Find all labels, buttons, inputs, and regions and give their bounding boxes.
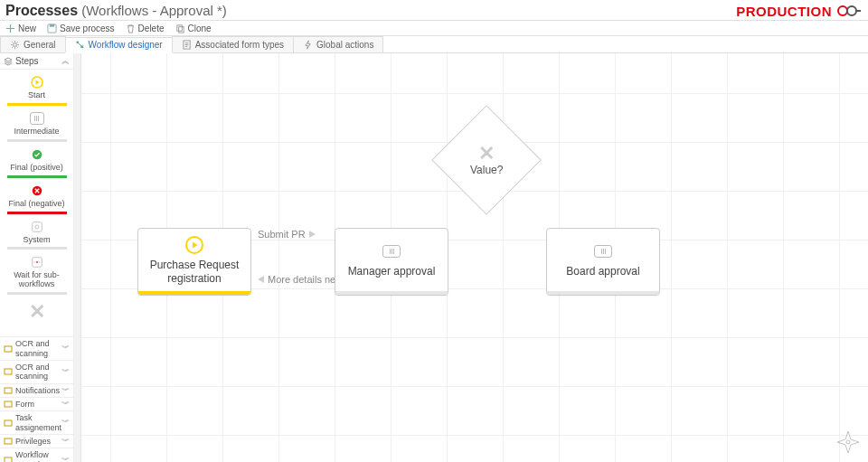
svg-rect-14 (32, 222, 42, 231)
new-label: New (18, 24, 36, 33)
save-label: Save process (60, 24, 115, 33)
chevron-down-icon: ︾ (61, 367, 70, 376)
workflow-icon (75, 40, 85, 50)
brand-logo-icon (835, 5, 861, 17)
node-board-approval[interactable]: Board approval (546, 228, 660, 296)
manager-approval-label: Manager approval (348, 265, 436, 278)
svg-rect-20 (5, 388, 12, 393)
tab-form-types[interactable]: Associated form types (172, 36, 294, 52)
x-circle-icon (30, 184, 44, 198)
svg-rect-21 (5, 401, 12, 407)
svg-rect-24 (5, 457, 12, 462)
accordion-task-assignment[interactable]: Task assignement ︾ (0, 410, 73, 434)
accordion-label: OCR and scanning (15, 363, 61, 382)
folder-icon (4, 367, 13, 376)
start-node-label: Purchase Request registration (144, 259, 245, 285)
accordion-label: Workflow control (15, 450, 61, 462)
palette-step-final-positive[interactable]: Final (positive) (7, 147, 67, 178)
workflow-canvas[interactable]: ✕ Value? Purchase Request registration S… (81, 53, 868, 462)
svg-point-1 (847, 6, 856, 15)
transition-submit-pr[interactable]: Submit PR (258, 229, 316, 240)
delete-button[interactable]: Delete (126, 24, 165, 33)
page-title-strong: Processes (5, 3, 78, 18)
tab-forms-label: Associated form types (195, 40, 284, 50)
page-title-context: (Workflows - Approval *) (81, 3, 227, 18)
transition-submit-label: Submit PR (258, 229, 306, 240)
svg-rect-19 (5, 369, 12, 374)
accordion-form[interactable]: Form ︾ (0, 397, 73, 410)
environment-label: PRODUCTION (736, 4, 832, 19)
accordion-notifications[interactable]: Notifications ︾ (0, 383, 73, 397)
folder-icon (4, 344, 13, 354)
tab-general-label: General (24, 40, 56, 50)
wait-icon (30, 255, 44, 269)
palette-step-start[interactable]: Start (7, 75, 67, 106)
accordion-privileges[interactable]: Privileges ︾ (0, 434, 73, 448)
compass-icon[interactable] (835, 429, 861, 455)
play-circle-icon (184, 235, 204, 255)
chevron-down-icon: ︾ (61, 386, 70, 395)
palette-step-list: Start Intermediate Final (positive) Fina… (0, 70, 73, 336)
svg-point-7 (14, 43, 17, 47)
folder-icon (4, 386, 13, 395)
palette-step-system[interactable]: System (7, 220, 67, 250)
svg-marker-32 (837, 431, 859, 453)
tab-global-actions[interactable]: Global actions (293, 36, 383, 52)
palette-step-final-negative[interactable]: Final (negative) (7, 184, 67, 214)
decision-node-value[interactable]: ✕ Value? (431, 105, 542, 215)
accordion-ocr-1[interactable]: OCR and scanning ︾ (0, 336, 73, 360)
trash-icon (126, 24, 136, 33)
svg-point-17 (35, 261, 37, 263)
palette-scrollbar[interactable] (74, 53, 81, 462)
form-icon (182, 40, 192, 50)
intermediate-icon (30, 111, 44, 126)
accordion-label: Privileges (15, 437, 61, 446)
header: Processes (Workflows - Approval *) PRODU… (0, 0, 868, 20)
svg-point-0 (838, 6, 847, 15)
folder-icon (4, 437, 13, 446)
tab-designer-label: Workflow designer (89, 40, 163, 50)
play-circle-icon (30, 75, 44, 90)
designer-body: Steps ︽ Start Intermediate Fin (0, 53, 868, 462)
chevron-down-icon: ︾ (61, 344, 70, 353)
final-pos-label: Final (positive) (10, 164, 63, 173)
accordion-ocr-2[interactable]: OCR and scanning ︾ (0, 360, 73, 383)
node-manager-approval[interactable]: Manager approval (335, 228, 448, 296)
palette: Steps ︽ Start Intermediate Fin (0, 53, 74, 462)
save-button[interactable]: Save process (47, 24, 115, 33)
gear-icon (10, 40, 20, 50)
clone-button[interactable]: Clone (175, 24, 212, 33)
environment-badge: PRODUCTION (736, 4, 861, 19)
intermediate-icon (382, 241, 401, 261)
system-label: System (23, 236, 50, 245)
accordion-workflow-control[interactable]: Workflow control ︾ (0, 448, 73, 462)
page-title: Processes (Workflows - Approval *) (5, 3, 227, 19)
palette-section-steps[interactable]: Steps ︽ (0, 53, 73, 70)
chevron-up-icon: ︽ (61, 55, 70, 67)
folder-icon (4, 419, 13, 428)
intermediate-icon (593, 241, 613, 261)
delete-label: Delete (138, 24, 165, 33)
start-node-purchase-request[interactable]: Purchase Request registration (137, 228, 251, 296)
palette-step-wait-subworkflows[interactable]: Wait for sub-workflows (7, 255, 67, 295)
chevron-down-icon: ︾ (61, 400, 70, 409)
tab-general[interactable]: General (0, 36, 66, 52)
check-circle-icon (30, 147, 44, 162)
folder-icon (4, 456, 13, 462)
accordion-label: Notifications (15, 386, 61, 395)
svg-point-15 (34, 225, 38, 229)
svg-rect-5 (176, 24, 182, 30)
new-button[interactable]: New (5, 24, 36, 33)
save-icon (47, 24, 57, 33)
palette-step-intermediate[interactable]: Intermediate (7, 111, 67, 142)
tab-global-label: Global actions (316, 40, 373, 50)
tab-designer[interactable]: Workflow designer (65, 37, 173, 53)
folder-icon (4, 400, 13, 409)
close-palette-icon[interactable]: ✕ (29, 300, 45, 324)
clone-icon (175, 24, 185, 33)
toolbar: New Save process Delete Clone (0, 20, 868, 36)
svg-rect-23 (5, 438, 12, 444)
final-neg-label: Final (negative) (8, 200, 64, 209)
steps-header-label: Steps (15, 56, 39, 66)
svg-rect-6 (178, 26, 184, 32)
